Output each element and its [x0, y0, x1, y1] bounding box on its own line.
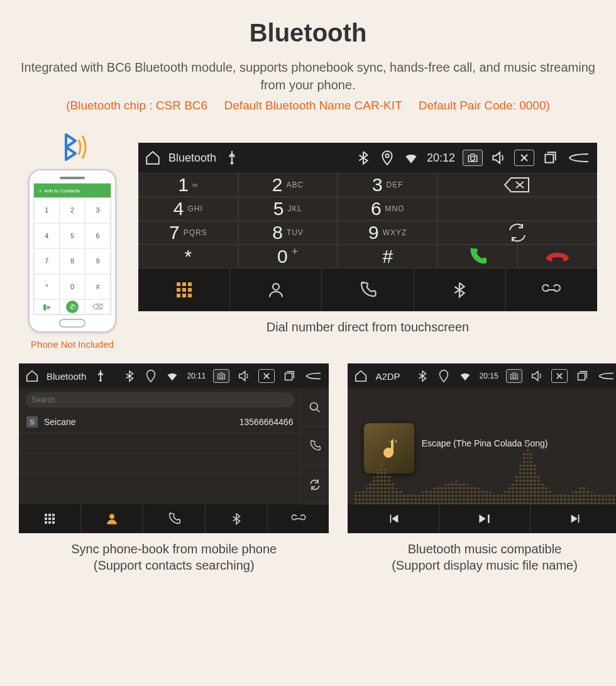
- close-app-icon[interactable]: [514, 150, 534, 166]
- backspace-icon: ⌫: [85, 299, 111, 314]
- key-9[interactable]: 9WXYZ: [338, 221, 437, 245]
- location-icon: [437, 369, 451, 383]
- nav-pair[interactable]: [506, 268, 597, 311]
- camera-icon[interactable]: [463, 150, 483, 166]
- side-sync-button[interactable]: [301, 466, 329, 504]
- key-1[interactable]: 1∞: [138, 173, 238, 197]
- a2dp-caption: Bluetooth music compatible(Support displ…: [348, 541, 616, 573]
- page-title: Bluetooth: [19, 19, 597, 47]
- contact-name: Seicane: [44, 417, 76, 427]
- usb-icon: [224, 150, 240, 166]
- nav-contacts[interactable]: [230, 268, 322, 311]
- wifi-icon: [403, 150, 419, 166]
- svg-rect-5: [285, 373, 292, 380]
- key-star[interactable]: *: [138, 245, 238, 268]
- key-3[interactable]: 3DEF: [338, 173, 437, 197]
- home-icon[interactable]: [145, 150, 161, 166]
- volume-icon[interactable]: [530, 369, 544, 383]
- key-0[interactable]: 0+: [238, 245, 338, 268]
- nav-history[interactable]: [322, 268, 414, 311]
- svg-rect-2: [545, 155, 553, 163]
- clock: 20:11: [187, 372, 206, 380]
- app-title: Bluetooth: [47, 371, 86, 382]
- camera-icon[interactable]: [213, 369, 229, 383]
- swap-button[interactable]: [437, 221, 597, 245]
- phonebook-screenshot: Bluetooth 20:11 S: [19, 363, 329, 533]
- close-app-icon[interactable]: [258, 369, 275, 383]
- back-icon[interactable]: [304, 369, 322, 383]
- search-input[interactable]: [25, 392, 294, 407]
- hangup-button[interactable]: [517, 245, 597, 268]
- empty-action: [437, 197, 597, 221]
- contact-number: 13566664466: [239, 417, 294, 427]
- phone-keypad: 123 456 789 *0#: [34, 197, 111, 299]
- bluetooth-status-icon: [123, 369, 136, 383]
- svg-point-7: [109, 514, 114, 519]
- nav-pair[interactable]: [268, 504, 329, 533]
- svg-point-3: [273, 284, 279, 290]
- wifi-icon: [165, 369, 179, 383]
- call-button[interactable]: [437, 245, 517, 268]
- close-app-icon[interactable]: [551, 369, 568, 383]
- nav-history[interactable]: [143, 504, 206, 533]
- contact-row-empty: [19, 453, 300, 473]
- backspace-button[interactable]: [437, 173, 597, 197]
- recent-apps-icon[interactable]: [542, 150, 558, 166]
- home-icon[interactable]: [354, 369, 368, 383]
- contact-row[interactable]: S Seicane 13566664466: [19, 411, 300, 433]
- spec-name: Default Bluetooth Name CAR-KIT: [224, 99, 402, 112]
- camera-icon[interactable]: [506, 369, 522, 383]
- contact-row-empty: [19, 433, 300, 453]
- dialer-caption: Dial number direct from touchscreen: [138, 319, 597, 335]
- page-subtitle: Integrated with BC6 Bluetooth module, su…: [19, 58, 597, 94]
- svg-point-0: [385, 154, 388, 157]
- key-5[interactable]: 5JKL: [238, 197, 338, 221]
- play-pause-button[interactable]: [439, 504, 531, 533]
- svg-point-8: [512, 375, 515, 378]
- key-7[interactable]: 7PQRS: [138, 221, 238, 245]
- volume-icon[interactable]: [237, 369, 251, 383]
- nav-keypad[interactable]: [19, 504, 81, 533]
- bluetooth-status-icon: [355, 150, 371, 166]
- key-6[interactable]: 6MNO: [338, 197, 437, 221]
- side-search-button[interactable]: [301, 389, 329, 427]
- clock: 20:15: [480, 372, 498, 380]
- recent-apps-icon[interactable]: [282, 369, 296, 383]
- volume-icon[interactable]: [490, 150, 507, 166]
- call-icon: ✆: [60, 299, 85, 314]
- home-icon[interactable]: [25, 369, 39, 383]
- dialer-screenshot: Bluetooth 20:12 1∞ 2ABC 3DEF: [138, 143, 597, 311]
- back-icon[interactable]: [566, 150, 591, 166]
- smartphone-mock: ＋ Add to Contacts 123 456 789 *0# ▮▸ ✆ ⌫: [28, 169, 116, 333]
- key-4[interactable]: 4GHI: [138, 197, 238, 221]
- visualizer: [348, 435, 616, 504]
- nav-bluetooth[interactable]: [206, 504, 268, 533]
- app-title: A2DP: [375, 371, 400, 382]
- recent-apps-icon[interactable]: [575, 369, 589, 383]
- nav-contacts[interactable]: [81, 504, 143, 533]
- bluetooth-status-icon: [415, 369, 429, 383]
- spec-line: (Bluetooth chip : CSR BC6 Default Blueto…: [19, 99, 597, 113]
- phonebook-caption: Sync phone-book from mobile phone(Suppor…: [19, 541, 329, 573]
- svg-rect-9: [578, 373, 585, 380]
- phone-not-included-label: Phone Not Included: [31, 339, 114, 350]
- spec-pair: Default Pair Code: 0000): [419, 99, 550, 112]
- a2dp-screenshot: A2DP 20:15 Escape (The Pina Colada Song)…: [348, 363, 616, 533]
- back-icon[interactable]: [597, 369, 615, 383]
- contact-row-empty: [19, 473, 300, 494]
- contact-initial: S: [26, 416, 38, 428]
- next-track-button[interactable]: [531, 504, 616, 533]
- key-hash[interactable]: #: [338, 245, 437, 268]
- app-title: Bluetooth: [168, 152, 216, 165]
- location-icon: [144, 369, 158, 383]
- key-8[interactable]: 8TUV: [238, 221, 338, 245]
- key-2[interactable]: 2ABC: [238, 173, 338, 197]
- side-call-button[interactable]: [301, 427, 329, 465]
- prev-track-button[interactable]: [348, 504, 439, 533]
- bluetooth-signal-icon: [53, 128, 91, 166]
- svg-point-6: [311, 403, 318, 411]
- location-icon: [379, 150, 395, 166]
- nav-keypad[interactable]: [138, 268, 230, 311]
- phone-top-bar: ＋ Add to Contacts: [34, 184, 111, 197]
- nav-bluetooth[interactable]: [414, 268, 506, 311]
